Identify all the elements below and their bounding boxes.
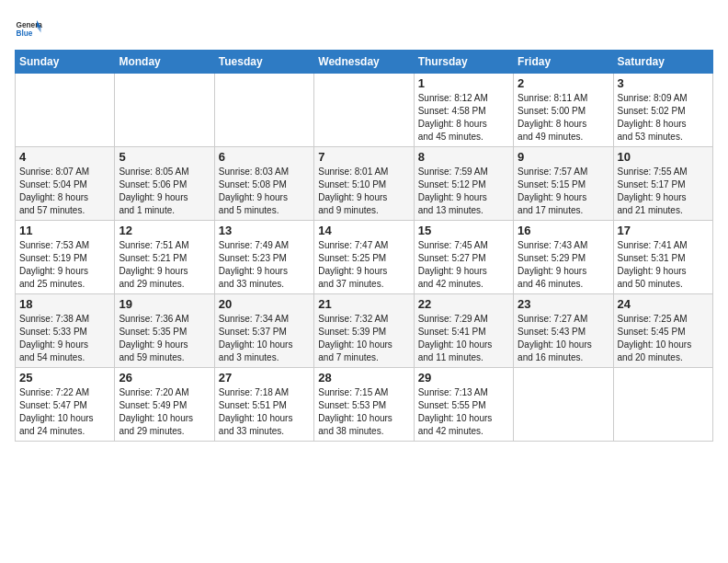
weekday-header-friday: Friday (514, 51, 613, 74)
day-info: Sunrise: 8:03 AM Sunset: 5:08 PM Dayligh… (219, 166, 310, 217)
day-number: 7 (318, 150, 409, 164)
calendar-cell: 12Sunrise: 7:51 AM Sunset: 5:21 PM Dayli… (115, 221, 214, 294)
weekday-header-thursday: Thursday (414, 51, 513, 74)
svg-text:Blue: Blue (17, 29, 33, 38)
calendar-cell: 8Sunrise: 7:59 AM Sunset: 5:12 PM Daylig… (414, 147, 513, 221)
calendar-week-5: 25Sunrise: 7:22 AM Sunset: 5:47 PM Dayli… (16, 368, 713, 442)
day-number: 11 (19, 224, 110, 237)
logo-icon: General Blue (15, 15, 42, 42)
day-number: 17 (618, 224, 709, 237)
calendar-week-4: 18Sunrise: 7:38 AM Sunset: 5:33 PM Dayli… (16, 294, 713, 368)
day-number: 5 (119, 150, 210, 164)
header: General Blue (15, 15, 713, 42)
calendar-cell: 3Sunrise: 8:09 AM Sunset: 5:02 PM Daylig… (613, 74, 712, 147)
day-number: 28 (318, 371, 409, 385)
calendar-cell: 7Sunrise: 8:01 AM Sunset: 5:10 PM Daylig… (314, 147, 414, 221)
day-number: 21 (318, 297, 409, 311)
calendar-cell: 18Sunrise: 7:38 AM Sunset: 5:33 PM Dayli… (16, 294, 115, 368)
day-number: 12 (119, 224, 210, 237)
day-number: 26 (119, 371, 210, 385)
day-number: 24 (618, 297, 709, 311)
day-info: Sunrise: 7:59 AM Sunset: 5:12 PM Dayligh… (418, 166, 509, 217)
day-info: Sunrise: 7:51 AM Sunset: 5:21 PM Dayligh… (119, 239, 210, 291)
day-info: Sunrise: 8:12 AM Sunset: 4:58 PM Dayligh… (418, 92, 509, 144)
day-info: Sunrise: 7:41 AM Sunset: 5:31 PM Dayligh… (618, 239, 709, 291)
day-info: Sunrise: 8:01 AM Sunset: 5:10 PM Dayligh… (318, 166, 409, 217)
day-info: Sunrise: 7:57 AM Sunset: 5:15 PM Dayligh… (518, 166, 609, 217)
day-info: Sunrise: 7:25 AM Sunset: 5:45 PM Dayligh… (618, 313, 709, 364)
day-info: Sunrise: 7:15 AM Sunset: 5:53 PM Dayligh… (318, 386, 409, 438)
weekday-header-saturday: Saturday (613, 51, 712, 74)
day-info: Sunrise: 7:45 AM Sunset: 5:27 PM Dayligh… (418, 239, 509, 291)
day-number: 9 (518, 150, 609, 164)
day-number: 15 (418, 224, 509, 237)
day-number: 1 (418, 76, 509, 90)
day-info: Sunrise: 7:29 AM Sunset: 5:41 PM Dayligh… (418, 313, 509, 364)
day-number: 18 (19, 297, 110, 311)
calendar-cell: 27Sunrise: 7:18 AM Sunset: 5:51 PM Dayli… (214, 368, 313, 442)
day-info: Sunrise: 8:09 AM Sunset: 5:02 PM Dayligh… (618, 92, 709, 144)
calendar-cell (16, 74, 115, 147)
day-number: 29 (418, 371, 509, 385)
calendar-cell: 25Sunrise: 7:22 AM Sunset: 5:47 PM Dayli… (16, 368, 115, 442)
day-number: 19 (119, 297, 210, 311)
day-number: 14 (318, 224, 409, 237)
calendar-cell: 14Sunrise: 7:47 AM Sunset: 5:25 PM Dayli… (314, 221, 414, 294)
calendar-cell: 11Sunrise: 7:53 AM Sunset: 5:19 PM Dayli… (16, 221, 115, 294)
day-info: Sunrise: 8:11 AM Sunset: 5:00 PM Dayligh… (518, 92, 609, 144)
day-info: Sunrise: 7:34 AM Sunset: 5:37 PM Dayligh… (219, 313, 310, 364)
calendar-cell: 19Sunrise: 7:36 AM Sunset: 5:35 PM Dayli… (115, 294, 214, 368)
calendar-cell: 22Sunrise: 7:29 AM Sunset: 5:41 PM Dayli… (414, 294, 513, 368)
calendar-cell: 29Sunrise: 7:13 AM Sunset: 5:55 PM Dayli… (414, 368, 513, 442)
weekday-header-tuesday: Tuesday (214, 51, 313, 74)
calendar-cell (613, 368, 712, 442)
calendar-cell: 5Sunrise: 8:05 AM Sunset: 5:06 PM Daylig… (115, 147, 214, 221)
day-number: 4 (19, 150, 110, 164)
calendar-header-row: SundayMondayTuesdayWednesdayThursdayFrid… (16, 51, 713, 74)
day-info: Sunrise: 7:36 AM Sunset: 5:35 PM Dayligh… (119, 313, 210, 364)
day-info: Sunrise: 7:53 AM Sunset: 5:19 PM Dayligh… (19, 239, 110, 291)
calendar-cell: 13Sunrise: 7:49 AM Sunset: 5:23 PM Dayli… (214, 221, 313, 294)
day-number: 8 (418, 150, 509, 164)
day-info: Sunrise: 7:13 AM Sunset: 5:55 PM Dayligh… (418, 386, 509, 438)
calendar-cell: 6Sunrise: 8:03 AM Sunset: 5:08 PM Daylig… (214, 147, 313, 221)
day-info: Sunrise: 7:47 AM Sunset: 5:25 PM Dayligh… (318, 239, 409, 291)
day-number: 23 (518, 297, 609, 311)
day-info: Sunrise: 7:38 AM Sunset: 5:33 PM Dayligh… (19, 313, 110, 364)
day-number: 3 (618, 76, 709, 90)
day-number: 6 (219, 150, 310, 164)
calendar-cell: 15Sunrise: 7:45 AM Sunset: 5:27 PM Dayli… (414, 221, 513, 294)
day-info: Sunrise: 8:07 AM Sunset: 5:04 PM Dayligh… (19, 166, 110, 217)
calendar-week-2: 4Sunrise: 8:07 AM Sunset: 5:04 PM Daylig… (16, 147, 713, 221)
calendar-cell: 23Sunrise: 7:27 AM Sunset: 5:43 PM Dayli… (514, 294, 613, 368)
calendar-cell: 9Sunrise: 7:57 AM Sunset: 5:15 PM Daylig… (514, 147, 613, 221)
day-info: Sunrise: 7:20 AM Sunset: 5:49 PM Dayligh… (119, 386, 210, 438)
calendar-cell: 26Sunrise: 7:20 AM Sunset: 5:49 PM Dayli… (115, 368, 214, 442)
day-info: Sunrise: 7:22 AM Sunset: 5:47 PM Dayligh… (19, 386, 110, 438)
calendar-cell: 2Sunrise: 8:11 AM Sunset: 5:00 PM Daylig… (514, 74, 613, 147)
weekday-header-sunday: Sunday (16, 51, 115, 74)
calendar-cell: 24Sunrise: 7:25 AM Sunset: 5:45 PM Dayli… (613, 294, 712, 368)
calendar-week-1: 1Sunrise: 8:12 AM Sunset: 4:58 PM Daylig… (16, 74, 713, 147)
calendar-cell: 28Sunrise: 7:15 AM Sunset: 5:53 PM Dayli… (314, 368, 414, 442)
calendar-cell (314, 74, 414, 147)
calendar: SundayMondayTuesdayWednesdayThursdayFrid… (15, 50, 713, 442)
day-number: 2 (518, 76, 609, 90)
day-info: Sunrise: 7:27 AM Sunset: 5:43 PM Dayligh… (518, 313, 609, 364)
day-number: 16 (518, 224, 609, 237)
calendar-cell (115, 74, 214, 147)
day-info: Sunrise: 7:32 AM Sunset: 5:39 PM Dayligh… (318, 313, 409, 364)
weekday-header-wednesday: Wednesday (314, 51, 414, 74)
calendar-cell (514, 368, 613, 442)
calendar-cell: 21Sunrise: 7:32 AM Sunset: 5:39 PM Dayli… (314, 294, 414, 368)
day-number: 22 (418, 297, 509, 311)
day-info: Sunrise: 7:43 AM Sunset: 5:29 PM Dayligh… (518, 239, 609, 291)
calendar-cell: 16Sunrise: 7:43 AM Sunset: 5:29 PM Dayli… (514, 221, 613, 294)
weekday-header-monday: Monday (115, 51, 214, 74)
logo: General Blue (15, 15, 42, 42)
day-number: 13 (219, 224, 310, 237)
calendar-week-3: 11Sunrise: 7:53 AM Sunset: 5:19 PM Dayli… (16, 221, 713, 294)
day-info: Sunrise: 7:49 AM Sunset: 5:23 PM Dayligh… (219, 239, 310, 291)
day-number: 20 (219, 297, 310, 311)
calendar-cell: 20Sunrise: 7:34 AM Sunset: 5:37 PM Dayli… (214, 294, 313, 368)
